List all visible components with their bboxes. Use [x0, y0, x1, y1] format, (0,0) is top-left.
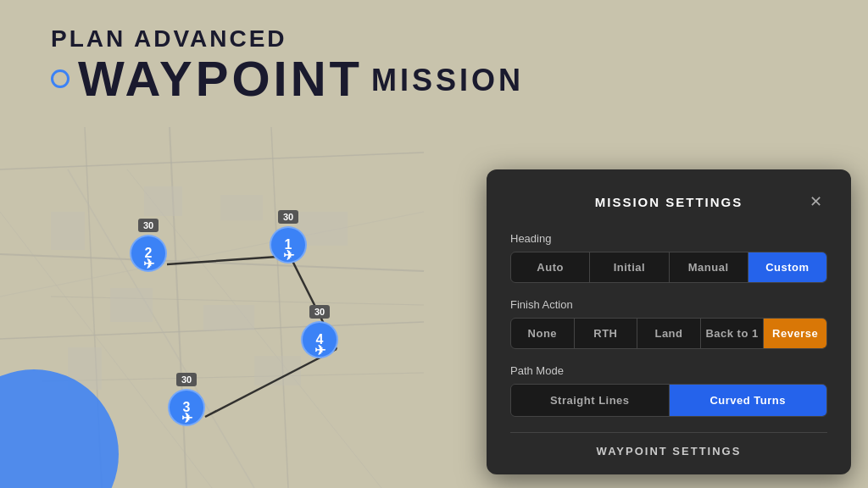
finish-action-button-group: None RTH Land Back to 1 Reverse	[510, 318, 827, 349]
finish-action-section: Finish Action None RTH Land Back to 1 Re…	[510, 298, 827, 349]
svg-rect-19	[51, 212, 85, 250]
path-mode-section: Path Mode Straight Lines Curved Turns	[510, 364, 827, 417]
heading-manual-button[interactable]: Manual	[670, 252, 748, 282]
svg-rect-17	[220, 195, 263, 220]
waypoint-1-label: 30	[278, 210, 298, 224]
svg-rect-16	[144, 186, 182, 216]
heading-initial-button[interactable]: Initial	[590, 252, 669, 282]
svg-line-1	[0, 254, 424, 271]
waypoint-2-circle[interactable]: 2 ✈	[130, 235, 167, 272]
waypoint-settings-link[interactable]: WAYPOINT SETTINGS	[510, 445, 827, 458]
settings-panel: MISSION SETTINGS ✕ Heading Auto Initial …	[487, 169, 851, 474]
waypoint-3-label: 30	[176, 373, 197, 386]
heading-button-group: Auto Initial Manual Custom	[510, 252, 827, 283]
waypoint-2-label: 30	[138, 219, 159, 232]
header-mission-text: MISSION	[371, 63, 524, 103]
header-top-line: PLAN ADVANCED	[51, 25, 524, 53]
finish-backto1-button[interactable]: Back to 1	[701, 319, 765, 348]
heading-section: Heading Auto Initial Manual Custom	[510, 232, 827, 283]
svg-rect-13	[203, 305, 254, 330]
close-button[interactable]: ✕	[804, 190, 827, 214]
header-circle-icon	[51, 69, 70, 88]
plane-icon-2: ✈	[143, 256, 154, 272]
waypoint-3-circle[interactable]: 3 ✈	[168, 389, 205, 426]
waypoint-2[interactable]: 30 2 ✈	[130, 219, 167, 272]
path-mode-label: Path Mode	[510, 364, 827, 377]
path-curved-button[interactable]: Curved Turns	[670, 385, 827, 416]
heading-label: Heading	[510, 232, 827, 245]
finish-land-button[interactable]: Land	[637, 319, 701, 348]
svg-rect-12	[110, 288, 153, 322]
svg-line-6	[51, 297, 424, 305]
waypoint-1[interactable]: 30 1 ✈	[270, 210, 307, 263]
finish-reverse-button[interactable]: Reverse	[764, 319, 826, 348]
waypoint-4-circle[interactable]: 4 ✈	[301, 321, 338, 358]
finish-action-label: Finish Action	[510, 298, 827, 311]
waypoint-3[interactable]: 30 3 ✈	[168, 373, 205, 426]
settings-title: MISSION SETTINGS	[534, 195, 804, 209]
heading-auto-button[interactable]: Auto	[511, 252, 590, 282]
svg-line-5	[271, 127, 288, 488]
finish-none-button[interactable]: None	[511, 319, 575, 348]
svg-rect-15	[254, 356, 301, 385]
page-header: PLAN ADVANCED WAYPOINT MISSION	[51, 25, 524, 103]
waypoint-4-label: 30	[309, 305, 330, 319]
header-waypoint-text: WAYPOINT	[78, 54, 363, 103]
plane-icon-3: ✈	[181, 410, 192, 426]
waypoint-settings-footer: WAYPOINT SETTINGS	[510, 432, 827, 458]
plane-icon-4: ✈	[314, 342, 326, 358]
path-straight-button[interactable]: Straight Lines	[511, 385, 670, 416]
heading-custom-button[interactable]: Custom	[748, 252, 826, 282]
svg-line-4	[170, 127, 186, 488]
settings-header: MISSION SETTINGS ✕	[510, 190, 827, 214]
waypoint-4[interactable]: 30 4 ✈	[301, 305, 338, 358]
svg-line-0	[0, 152, 424, 169]
plane-icon-1: ✈	[283, 247, 294, 263]
path-mode-button-group: Straight Lines Curved Turns	[510, 384, 827, 417]
waypoint-1-circle[interactable]: 1 ✈	[270, 226, 307, 263]
finish-rth-button[interactable]: RTH	[575, 319, 638, 348]
